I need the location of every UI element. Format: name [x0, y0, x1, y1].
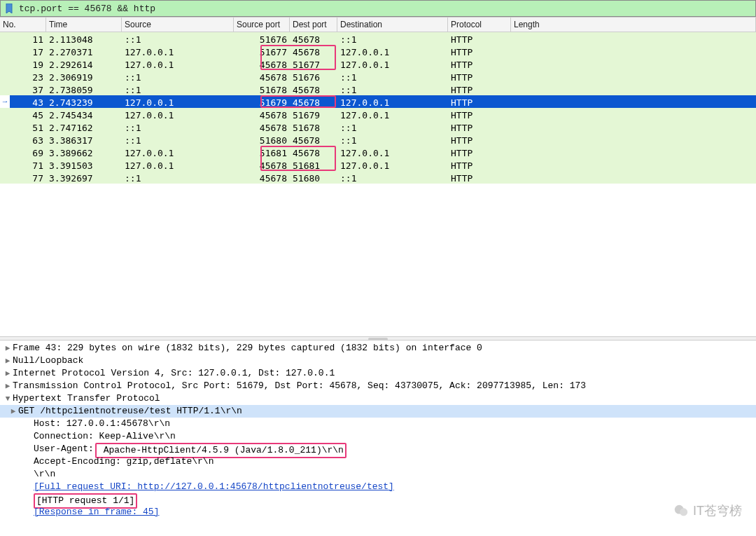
- http-response-frame[interactable]: [Response in frame: 45]: [0, 506, 756, 518]
- packet-row[interactable]: 633.386317::15168045678::1HTTP: [0, 133, 756, 146]
- packet-row[interactable]: 112.113048::15167645678::1HTTP: [0, 32, 756, 45]
- packet-row[interactable]: 232.306919::14567851676::1HTTP: [0, 70, 756, 83]
- cell: 77: [0, 171, 46, 184]
- cell: 2.747162: [46, 121, 122, 133]
- cell: 51680: [234, 133, 290, 146]
- col-header-length[interactable]: Length: [511, 18, 756, 32]
- cell: 51679: [290, 108, 337, 121]
- cell: 51678: [234, 83, 290, 95]
- cell: ::1: [122, 83, 234, 95]
- cell: ::1: [337, 121, 448, 133]
- cell: 3.391503: [46, 158, 122, 171]
- display-filter-input[interactable]: [18, 3, 752, 15]
- cell: HTTP: [448, 146, 511, 158]
- cell: 45678: [234, 158, 290, 171]
- packet-details-pane[interactable]: ▶ Frame 43: 229 bytes on wire (1832 bits…: [0, 341, 756, 518]
- tree-ip[interactable]: ▶ Internet Protocol Version 4, Src: 127.…: [0, 367, 756, 380]
- packet-row[interactable]: 452.745434127.0.0.14567851679127.0.0.1HT…: [0, 108, 756, 121]
- cell: 45678: [234, 121, 290, 133]
- response-frame-link[interactable]: [Response in frame: 45]: [34, 506, 159, 518]
- cell: 127.0.0.1: [122, 158, 234, 171]
- full-uri-link[interactable]: [Full request URI: http://127.0.0.1:4567…: [34, 481, 394, 493]
- cell: 11: [0, 32, 46, 45]
- http-crlf[interactable]: \r\n: [0, 468, 756, 481]
- expand-arrow-icon[interactable]: ▶: [8, 405, 18, 418]
- cell: 2.743239: [46, 95, 122, 108]
- tree-label: ]: [388, 481, 394, 492]
- cell: HTTP: [448, 158, 511, 171]
- packet-list-header[interactable]: No. Time Source Source port Dest port De…: [0, 17, 756, 32]
- tree-label: Connection: Keep-Alive\r\n: [34, 430, 176, 443]
- cell: 45678: [234, 57, 290, 70]
- col-header-source[interactable]: Source: [122, 18, 234, 32]
- col-header-proto[interactable]: Protocol: [448, 18, 511, 32]
- packet-row[interactable]: 773.392697::14567851680::1HTTP: [0, 171, 756, 184]
- cell: HTTP: [448, 70, 511, 83]
- cell: [511, 171, 756, 184]
- cell: 51681: [290, 158, 337, 171]
- packet-row[interactable]: 512.747162::14567851678::1HTTP: [0, 121, 756, 133]
- http-host[interactable]: Host: 127.0.0.1:45678\r\n: [0, 418, 756, 430]
- packet-row[interactable]: 372.738059::15167845678::1HTTP: [0, 83, 756, 95]
- collapse-arrow-icon[interactable]: ▼: [3, 392, 13, 405]
- cell: 2.270371: [46, 45, 122, 57]
- cell: 19: [0, 57, 46, 70]
- packet-row[interactable]: 713.391503127.0.0.14567851681127.0.0.1HT…: [0, 158, 756, 171]
- tree-label: Internet Protocol Version 4, Src: 127.0.…: [13, 367, 335, 380]
- http-user-agent[interactable]: User-Agent: Apache-HttpClient/4.5.9 (Jav…: [0, 443, 756, 455]
- display-filter-bar[interactable]: [0, 0, 756, 17]
- http-request-line[interactable]: ▶ GET /httpclientnotreuse/test HTTP/1.1\…: [0, 405, 756, 418]
- cell: [511, 133, 756, 146]
- tree-label: Accept-Encoding: gzip,deflate\r\n: [34, 455, 214, 468]
- packet-row[interactable]: 172.270371127.0.0.15167745678127.0.0.1HT…: [0, 45, 756, 57]
- expand-arrow-icon[interactable]: ▶: [3, 367, 13, 380]
- packet-row[interactable]: 192.292614127.0.0.14567851677127.0.0.1HT…: [0, 57, 756, 70]
- col-header-srcport[interactable]: Source port: [234, 18, 290, 32]
- cell: 127.0.0.1: [337, 158, 448, 171]
- cell: [511, 158, 756, 171]
- col-header-time[interactable]: Time: [46, 18, 122, 32]
- col-header-no[interactable]: No.: [0, 18, 46, 32]
- cell: ::1: [122, 70, 234, 83]
- packet-list: No. Time Source Source port Dest port De…: [0, 17, 756, 184]
- packet-row[interactable]: 432.743239127.0.0.15167945678127.0.0.1HT…: [0, 95, 756, 108]
- cell: 45678: [290, 83, 337, 95]
- cell: 2.738059: [46, 83, 122, 95]
- cell: HTTP: [448, 171, 511, 184]
- cell: 2.745434: [46, 108, 122, 121]
- cell: 51679: [234, 95, 290, 108]
- cell: ::1: [122, 32, 234, 45]
- col-header-dest[interactable]: Destination: [337, 18, 448, 32]
- bookmark-icon[interactable]: [4, 3, 15, 14]
- expand-arrow-icon[interactable]: ▶: [3, 342, 13, 355]
- pane-splitter[interactable]: [0, 336, 756, 341]
- http-full-uri[interactable]: [Full request URI: http://127.0.0.1:4567…: [0, 481, 756, 493]
- cell: ::1: [337, 133, 448, 146]
- cell: HTTP: [448, 133, 511, 146]
- cell: 127.0.0.1: [337, 108, 448, 121]
- tree-frame[interactable]: ▶ Frame 43: 229 bytes on wire (1832 bits…: [0, 342, 756, 355]
- cell: 69: [0, 146, 46, 158]
- tree-tcp[interactable]: ▶ Transmission Control Protocol, Src Por…: [0, 380, 756, 392]
- cell: HTTP: [448, 95, 511, 108]
- tree-label: [Full request URI:: [34, 481, 137, 492]
- cell: 3.386317: [46, 133, 122, 146]
- tree-label: GET /httpclientnotreuse/test HTTP/1.1\r\…: [18, 405, 242, 418]
- cell: 45678: [290, 45, 337, 57]
- cell: 51677: [290, 57, 337, 70]
- expand-arrow-icon[interactable]: ▶: [3, 380, 13, 392]
- cell: [511, 70, 756, 83]
- http-accept-encoding[interactable]: Accept-Encoding: gzip,deflate\r\n: [0, 455, 756, 468]
- empty-space: [0, 184, 756, 336]
- cell: [511, 32, 756, 45]
- expand-arrow-icon[interactable]: ▶: [3, 355, 13, 367]
- http-connection[interactable]: Connection: Keep-Alive\r\n: [0, 430, 756, 443]
- http-request-count[interactable]: [HTTP request 1/1]: [0, 493, 756, 506]
- tree-null-loopback[interactable]: ▶ Null/Loopback: [0, 355, 756, 367]
- cell: 51676: [234, 32, 290, 45]
- tree-http[interactable]: ▼ Hypertext Transfer Protocol: [0, 392, 756, 405]
- packet-rows: 112.113048::15167645678::1HTTP172.270371…: [0, 32, 756, 184]
- current-frame-marker-icon: →: [0, 95, 10, 108]
- col-header-dstport[interactable]: Dest port: [290, 18, 337, 32]
- packet-row[interactable]: 693.389662127.0.0.15168145678127.0.0.1HT…: [0, 146, 756, 158]
